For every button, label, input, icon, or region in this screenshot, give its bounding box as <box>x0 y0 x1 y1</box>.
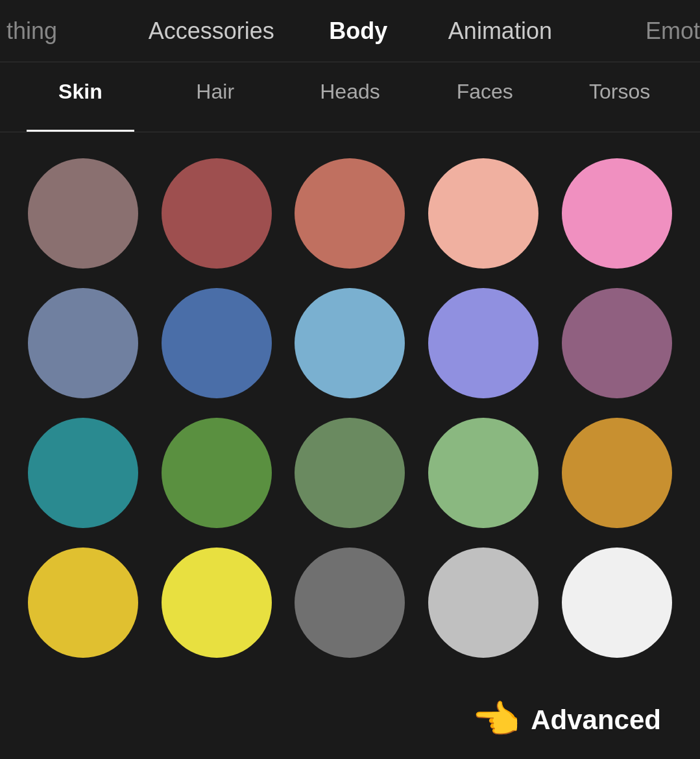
advanced-label[interactable]: Advanced <box>531 705 661 736</box>
sub-navigation: Skin Hair Heads Faces Torsos <box>0 62 700 132</box>
advanced-section: 👈 Advanced <box>0 684 700 756</box>
tab-body[interactable]: Body <box>287 0 429 62</box>
tab-animation[interactable]: Animation <box>429 0 572 62</box>
color-swatch[interactable] <box>295 548 405 658</box>
color-swatch[interactable] <box>295 418 405 528</box>
color-swatch[interactable] <box>162 548 272 658</box>
tab-emote[interactable]: Emot <box>571 0 700 62</box>
color-swatch[interactable] <box>562 288 672 398</box>
color-swatch[interactable] <box>162 418 272 528</box>
color-swatch[interactable] <box>295 158 405 269</box>
color-swatch[interactable] <box>28 548 138 658</box>
subtab-hair[interactable]: Hair <box>148 62 283 132</box>
pointing-hand-icon: 👈 <box>472 697 520 743</box>
color-swatch[interactable] <box>28 418 138 528</box>
color-swatch[interactable] <box>428 158 538 269</box>
tab-accessories[interactable]: Accessories <box>136 0 287 62</box>
top-navigation: thing Accessories Body Animation Emot <box>0 0 700 62</box>
tab-clothing[interactable]: thing <box>0 0 136 62</box>
color-swatch[interactable] <box>162 158 272 269</box>
color-swatch[interactable] <box>428 418 538 528</box>
color-swatch[interactable] <box>28 288 138 398</box>
subtab-faces[interactable]: Faces <box>417 62 552 132</box>
subtab-skin[interactable]: Skin <box>13 62 148 132</box>
color-swatch[interactable] <box>562 158 672 269</box>
subtab-torsos[interactable]: Torsos <box>552 62 687 132</box>
color-swatch[interactable] <box>28 158 138 269</box>
color-swatch[interactable] <box>428 548 538 658</box>
color-swatch[interactable] <box>562 548 672 658</box>
subtab-heads[interactable]: Heads <box>283 62 418 132</box>
color-swatch[interactable] <box>295 288 405 398</box>
color-swatch[interactable] <box>562 418 672 528</box>
color-swatch[interactable] <box>162 288 272 398</box>
color-swatch[interactable] <box>428 288 538 398</box>
color-palette-grid <box>0 132 700 684</box>
